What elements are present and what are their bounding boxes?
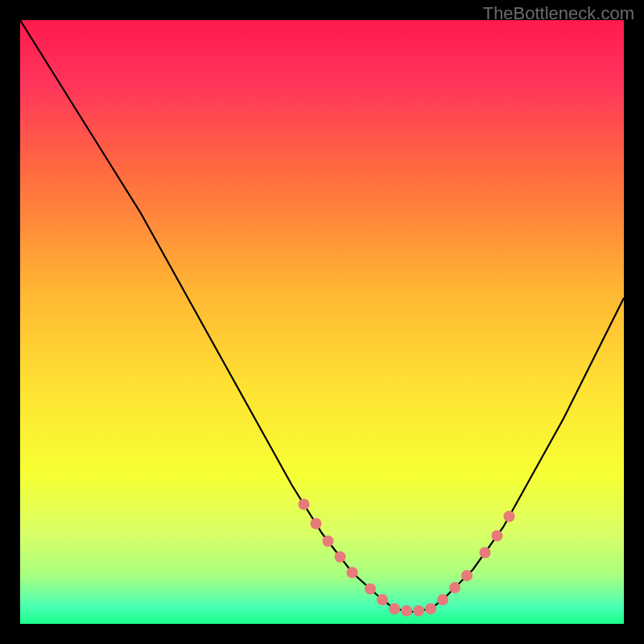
chart-point [389,603,400,614]
chart-point [437,594,448,605]
chart-point [413,605,424,617]
watermark-text: TheBottleneck.com [483,3,634,24]
chart-point [323,535,334,547]
chart-plot-area [20,20,624,624]
chart-point [299,499,310,510]
chart-point [401,605,412,617]
chart-point [504,511,515,522]
chart-point [449,582,460,593]
chart-point [377,594,388,605]
chart-svg [20,20,624,624]
chart-point [335,551,346,563]
chart-point [347,567,358,578]
chart-point [461,570,473,581]
chart-point [311,518,322,530]
chart-point [425,603,436,614]
chart-point [480,547,491,559]
chart-point [492,530,503,542]
chart-point [365,584,376,595]
